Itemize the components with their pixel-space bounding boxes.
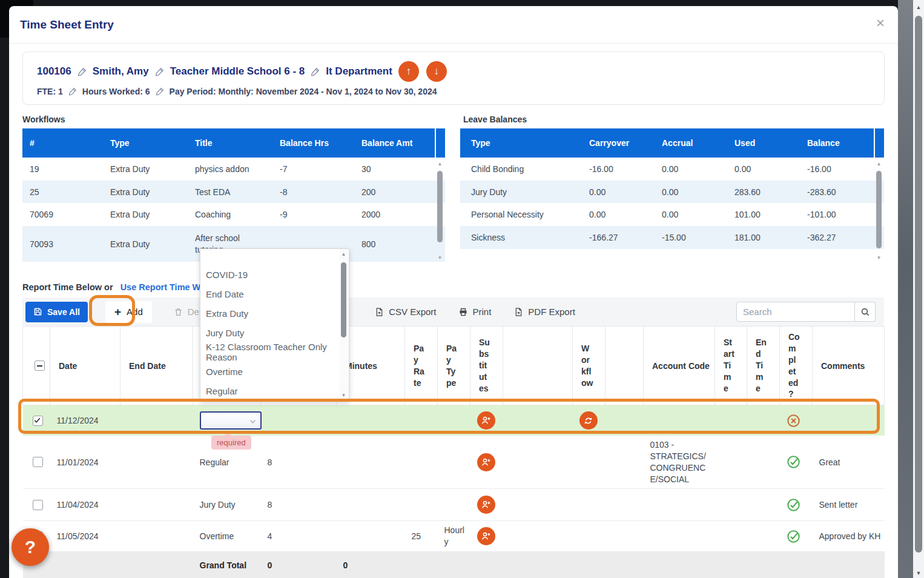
entry-end-date[interactable] — [120, 521, 193, 552]
entry-end-time[interactable] — [747, 405, 780, 436]
dropdown-option[interactable]: Overtime — [200, 362, 349, 381]
entry-minutes[interactable] — [337, 489, 405, 521]
entry-workflow[interactable] — [573, 521, 606, 552]
entry-comments[interactable]: Great — [813, 436, 885, 489]
entry-comments[interactable] — [813, 405, 885, 436]
select-all-checkbox[interactable] — [35, 360, 45, 371]
entry-row[interactable]: 11/01/2024 Regular 8 0103 - STRATEGICS/C… — [23, 436, 885, 489]
not-completed-icon[interactable] — [787, 414, 808, 428]
entry-comments[interactable]: Approved by KH — [819, 531, 881, 542]
type-select[interactable] — [200, 411, 262, 430]
scroll-up-arrow-icon[interactable]: ▲ — [436, 161, 444, 167]
save-all-button[interactable]: Save All — [25, 302, 88, 322]
entry-date[interactable]: 11/04/2024 — [50, 489, 120, 521]
add-substitute-button[interactable] — [477, 411, 495, 430]
entry-account-code[interactable]: 0103 - STRATEGICS/CONGRUENCE/SOCIAL — [650, 439, 708, 485]
completed-icon[interactable] — [787, 455, 808, 469]
leave-scrollbar-thumb[interactable] — [876, 171, 882, 248]
scroll-down-arrow-icon[interactable]: ▼ — [913, 570, 924, 577]
entry-end-time[interactable] — [747, 521, 780, 552]
entry-type[interactable]: Jury Duty — [193, 489, 261, 521]
scroll-down-arrow-icon[interactable]: ▼ — [875, 255, 883, 261]
dropdown-option[interactable]: Regular — [200, 381, 349, 400]
scroll-up-arrow-icon[interactable]: ▲ — [913, 4, 924, 11]
scroll-down-arrow-icon[interactable]: ▼ — [436, 255, 444, 261]
print-button[interactable]: Print — [458, 307, 492, 317]
entry-row[interactable]: 11/04/2024 Jury Duty 8 Sent — [23, 489, 885, 521]
entry-end-date[interactable] — [120, 489, 193, 521]
entry-date[interactable]: 11/12/2024 — [50, 405, 120, 436]
workflows-scrollbar[interactable]: ▲ ▼ — [436, 161, 444, 261]
row-checkbox[interactable] — [33, 500, 43, 510]
entry-type[interactable]: Overtime — [193, 521, 261, 552]
entry-end-date[interactable] — [120, 405, 193, 436]
edit-employee-name-icon[interactable] — [155, 67, 164, 76]
entry-hours[interactable] — [261, 405, 337, 436]
entry-end-time[interactable] — [747, 489, 780, 521]
dropdown-option[interactable] — [200, 249, 349, 265]
entry-account-code[interactable] — [644, 405, 715, 436]
entry-minutes[interactable] — [337, 521, 405, 552]
entry-pay-rate[interactable]: 25 — [405, 521, 438, 552]
previous-employee-button[interactable]: ↑ — [398, 61, 419, 82]
entry-pay-type[interactable] — [438, 405, 470, 436]
add-substitute-button[interactable] — [477, 453, 495, 471]
edit-employee-id-icon[interactable] — [78, 67, 87, 76]
entry-pay-type[interactable] — [438, 489, 470, 521]
dropdown-option[interactable]: Jury Duty — [200, 323, 349, 342]
entry-comments[interactable]: Sent letter — [813, 489, 885, 521]
page-scrollbar[interactable]: ▲ ▼ — [913, 0, 924, 578]
completed-icon[interactable] — [787, 530, 808, 543]
entry-hours[interactable]: 8 — [261, 436, 337, 489]
dropdown-option[interactable]: COVID-19 — [200, 265, 349, 284]
entry-pay-type[interactable]: Hourly — [444, 525, 469, 548]
csv-export-button[interactable]: CSV Export — [375, 307, 436, 317]
entry-minutes[interactable] — [337, 436, 405, 489]
add-substitute-button[interactable] — [477, 527, 495, 545]
edit-position-icon[interactable] — [311, 67, 320, 76]
entry-workflow[interactable] — [573, 489, 606, 521]
entry-pay-rate[interactable] — [405, 436, 438, 489]
close-icon[interactable]: × — [876, 15, 885, 32]
add-substitute-button[interactable] — [477, 496, 495, 514]
completed-icon[interactable] — [787, 498, 808, 512]
entry-row-selected[interactable]: 11/12/2024 — [23, 405, 885, 436]
entry-end-time[interactable] — [747, 436, 780, 489]
next-employee-button[interactable]: ↓ — [426, 61, 447, 82]
entry-account-code[interactable] — [644, 489, 715, 521]
leave-scrollbar[interactable]: ▲ ▼ — [875, 161, 883, 261]
edit-fte-icon[interactable] — [68, 87, 77, 96]
scroll-up-arrow-icon[interactable]: ▲ — [875, 161, 883, 167]
entry-hours[interactable]: 8 — [261, 489, 337, 521]
scroll-up-arrow-icon[interactable]: ▲ — [339, 251, 348, 257]
edit-hours-worked-icon[interactable] — [156, 87, 164, 96]
dropdown-option[interactable]: Extra Duty — [200, 304, 349, 323]
dropdown-scrollbar[interactable]: ▲ ▼ — [339, 249, 348, 400]
row-checkbox[interactable] — [33, 457, 43, 467]
workflows-scrollbar-thumb[interactable] — [437, 171, 443, 242]
row-checkbox-checked[interactable] — [33, 416, 43, 426]
dropdown-option[interactable]: K-12 Classroom Teacher Only Reason — [200, 342, 349, 362]
workflow-sync-button[interactable] — [579, 411, 598, 430]
entry-end-date[interactable] — [120, 436, 193, 489]
entry-start-time[interactable] — [715, 436, 747, 489]
page-scrollbar-thumb[interactable] — [915, 16, 922, 553]
entry-workflow[interactable] — [573, 436, 606, 489]
search-button[interactable] — [855, 302, 876, 322]
help-button[interactable]: ? — [12, 528, 49, 566]
entry-pay-rate[interactable] — [405, 405, 438, 436]
entry-pay-rate[interactable] — [405, 489, 438, 521]
entry-start-time[interactable] — [715, 521, 747, 552]
entry-start-time[interactable] — [715, 405, 747, 436]
search-input[interactable] — [736, 302, 855, 322]
entry-hours[interactable]: 4 — [261, 521, 337, 552]
scroll-down-arrow-icon[interactable]: ▼ — [339, 393, 348, 398]
dropdown-option[interactable]: End Date — [200, 284, 349, 304]
entry-date[interactable]: 11/05/2024 — [50, 521, 120, 552]
add-button[interactable]: + Add — [105, 301, 152, 323]
pdf-export-button[interactable]: PDF Export — [514, 307, 575, 317]
entry-start-time[interactable] — [715, 489, 747, 521]
entry-account-code[interactable] — [644, 521, 715, 552]
entry-date[interactable]: 11/01/2024 — [50, 436, 120, 489]
dropdown-scrollbar-thumb[interactable] — [341, 262, 346, 337]
